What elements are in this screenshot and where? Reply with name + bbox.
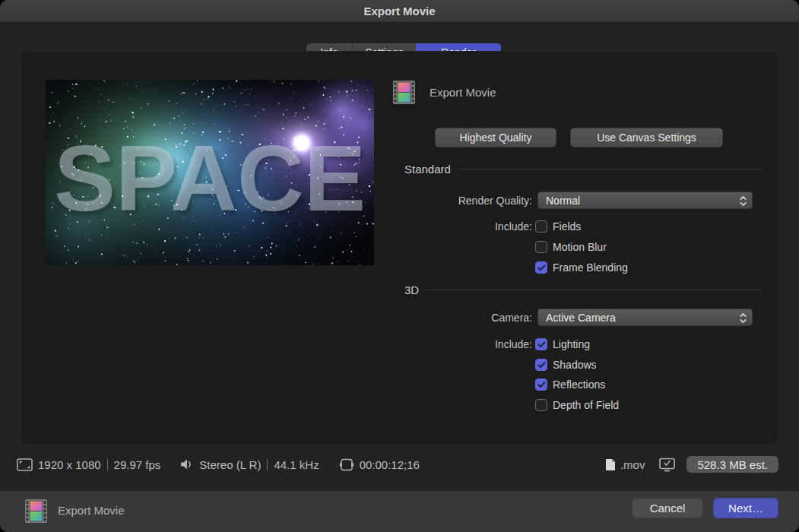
next-button[interactable]: Next… (713, 498, 778, 518)
motion-blur-label: Motion Blur (553, 241, 607, 253)
status-audio: Stereo (L R) (199, 458, 261, 471)
panel-header: Export Movie (393, 81, 496, 104)
frame-blending-checkbox[interactable] (535, 261, 547, 274)
status-format: .mov (620, 458, 645, 471)
reflections-label: Reflections (553, 378, 605, 391)
size-estimate-badge: 528.3 MB est. (686, 456, 778, 473)
shadows-label: Shadows (553, 359, 597, 371)
motion-blur-checkbox[interactable] (535, 241, 547, 253)
status-fps: 29.97 fps (114, 458, 161, 471)
checkbox-row-fields: Fields (535, 220, 581, 233)
fields-label: Fields (553, 220, 581, 233)
space-preview-image (46, 80, 374, 265)
status-separator (107, 459, 108, 470)
export-movie-dialog: Export Movie Info Settings Render (0, 0, 799, 532)
render-quality-select[interactable]: Normal (537, 192, 753, 209)
display-check-icon[interactable] (658, 458, 676, 472)
camera-value: Active Camera (546, 312, 616, 324)
status-resolution: 1920 x 1080 (38, 458, 101, 471)
panel-title: Export Movie (430, 86, 496, 99)
footer-title: Export Movie (58, 504, 125, 517)
window-titlebar[interactable]: Export Movie (0, 0, 799, 23)
checkbox-row-shadows: Shadows (535, 358, 597, 372)
footer-bar: Export Movie Cancel Next… (0, 490, 799, 532)
size-estimate-value: 528.3 MB est. (697, 458, 768, 471)
camera-label: Camera: (384, 309, 532, 326)
camera-select[interactable]: Active Camera (537, 309, 753, 326)
frame-blending-label: Frame Blending (553, 261, 628, 274)
depth-of-field-checkbox[interactable] (535, 399, 547, 411)
section-3d: 3D (404, 283, 762, 296)
render-quality-value: Normal (546, 195, 580, 207)
section-standard: Standard (404, 162, 762, 176)
section-3d-title: 3D (404, 283, 419, 296)
status-bar: 1920 x 1080 29.97 fps Stereo (L R) 44.1 … (17, 455, 420, 473)
resolution-icon (17, 458, 33, 471)
status-separator (267, 459, 268, 470)
frame-duration-icon (339, 458, 354, 471)
checkbox-row-lighting: Lighting (535, 337, 590, 351)
lighting-label: Lighting (553, 338, 590, 350)
speaker-icon (180, 458, 194, 470)
highest-quality-button[interactable]: Highest Quality (435, 128, 556, 147)
stepper-icon (739, 312, 747, 325)
lighting-checkbox[interactable] (535, 338, 547, 350)
checkbox-row-motion-blur: Motion Blur (535, 240, 607, 254)
reflections-checkbox[interactable] (535, 378, 547, 391)
use-canvas-settings-button[interactable]: Use Canvas Settings (570, 128, 723, 147)
render-quality-label: Render Quality: (384, 192, 532, 209)
shadows-checkbox[interactable] (535, 359, 547, 371)
checkbox-row-depth-of-field: Depth of Field (535, 398, 619, 412)
standard-include-label: Include: (384, 220, 532, 233)
status-timecode: 00:00:12;16 (360, 458, 420, 471)
depth-of-field-label: Depth of Field (553, 399, 619, 411)
movie-preview (46, 80, 374, 265)
checkbox-row-frame-blending: Frame Blending (535, 261, 628, 274)
section-divider (426, 290, 762, 290)
fields-checkbox[interactable] (535, 220, 547, 233)
status-bar-right: .mov 528.3 MB est. (605, 455, 778, 473)
film-strip-icon (25, 499, 47, 523)
section-divider (458, 169, 762, 169)
checkbox-row-reflections: Reflections (535, 378, 605, 391)
film-strip-icon (393, 81, 415, 104)
stepper-icon (739, 195, 747, 207)
status-sample-rate: 44.1 kHz (274, 458, 319, 471)
document-icon (605, 458, 616, 471)
3d-include-label: Include: (384, 337, 532, 351)
cancel-button[interactable]: Cancel (632, 498, 703, 518)
window-title: Export Movie (363, 5, 435, 17)
section-standard-title: Standard (404, 163, 451, 176)
